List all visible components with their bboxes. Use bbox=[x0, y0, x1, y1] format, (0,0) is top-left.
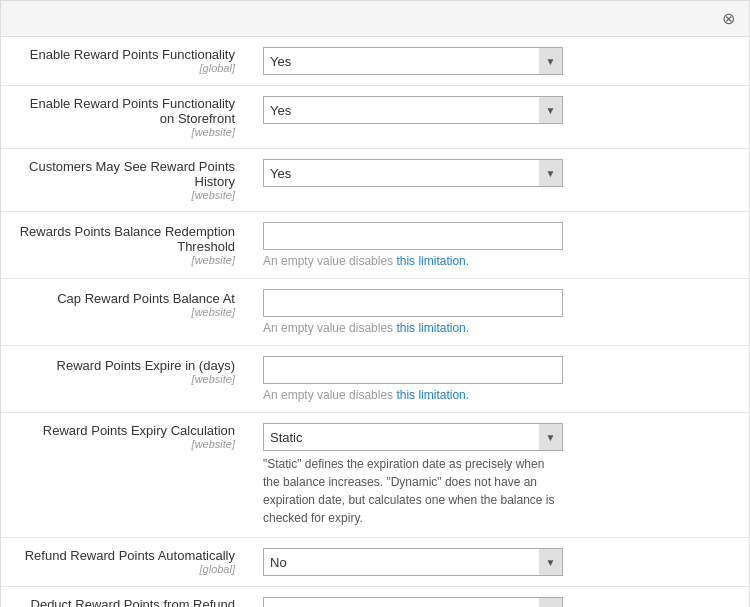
field-label-deduct-refund: Deduct Reward Points from Refund Amount … bbox=[31, 597, 235, 607]
field-label-expire-days: Reward Points Expire in (days) bbox=[57, 358, 235, 373]
description-expiry-calculation: "Static" defines the expiration date as … bbox=[263, 455, 563, 527]
form-row-expiry-calculation: Reward Points Expiry Calculation[website… bbox=[1, 413, 749, 538]
select-expiry-calculation[interactable]: StaticDynamic bbox=[263, 423, 563, 451]
input-expire-days[interactable] bbox=[263, 356, 563, 384]
select-enable-reward-points[interactable]: YesNo bbox=[263, 47, 563, 75]
form-row-expire-days: Reward Points Expire in (days)[website]A… bbox=[1, 346, 749, 413]
value-cell-expiry-calculation: StaticDynamic▼"Static" defines the expir… bbox=[249, 413, 749, 538]
field-scope-expiry-calculation: [website] bbox=[15, 438, 235, 450]
field-label-enable-storefront: Enable Reward Points Functionality on St… bbox=[30, 96, 235, 126]
field-scope-refund-auto: [global] bbox=[15, 563, 235, 575]
value-cell-refund-auto: NoYes▼ bbox=[249, 538, 749, 587]
select-customers-history[interactable]: YesNo bbox=[263, 159, 563, 187]
settings-table: Enable Reward Points Functionality[globa… bbox=[1, 37, 749, 607]
input-cap-balance[interactable] bbox=[263, 289, 563, 317]
field-scope-cap-balance: [website] bbox=[15, 306, 235, 318]
select-refund-auto[interactable]: NoYes bbox=[263, 548, 563, 576]
hint-link-cap-balance[interactable]: this limitation. bbox=[396, 321, 469, 335]
form-row-refund-auto: Refund Reward Points Automatically[globa… bbox=[1, 538, 749, 587]
field-label-balance-threshold: Rewards Points Balance Redemption Thresh… bbox=[20, 224, 235, 254]
form-row-deduct-refund: Deduct Reward Points from Refund Amount … bbox=[1, 587, 749, 608]
select-wrapper-expiry-calculation: StaticDynamic▼ bbox=[263, 423, 563, 451]
hint-expire-days: An empty value disables this limitation. bbox=[263, 388, 735, 402]
value-cell-expire-days: An empty value disables this limitation. bbox=[249, 346, 749, 413]
field-label-expiry-calculation: Reward Points Expiry Calculation bbox=[43, 423, 235, 438]
field-scope-enable-storefront: [website] bbox=[15, 126, 235, 138]
field-label-customers-history: Customers May See Reward Points History bbox=[29, 159, 235, 189]
select-wrapper-customers-history: YesNo▼ bbox=[263, 159, 563, 187]
value-cell-balance-threshold: An empty value disables this limitation. bbox=[249, 212, 749, 279]
field-label-cap-balance: Cap Reward Points Balance At bbox=[57, 291, 235, 306]
form-row-customers-history: Customers May See Reward Points History[… bbox=[1, 149, 749, 212]
collapse-icon[interactable]: ⊗ bbox=[722, 9, 735, 28]
field-scope-balance-threshold: [website] bbox=[15, 254, 235, 266]
hint-link-balance-threshold[interactable]: this limitation. bbox=[396, 254, 469, 268]
value-cell-enable-storefront: YesNo▼ bbox=[249, 86, 749, 149]
field-scope-expire-days: [website] bbox=[15, 373, 235, 385]
form-row-balance-threshold: Rewards Points Balance Redemption Thresh… bbox=[1, 212, 749, 279]
select-wrapper-enable-storefront: YesNo▼ bbox=[263, 96, 563, 124]
value-cell-customers-history: YesNo▼ bbox=[249, 149, 749, 212]
select-wrapper-deduct-refund: YesNo▼ bbox=[263, 597, 563, 607]
form-row-enable-storefront: Enable Reward Points Functionality on St… bbox=[1, 86, 749, 149]
field-scope-customers-history: [website] bbox=[15, 189, 235, 201]
select-wrapper-enable-reward-points: YesNo▼ bbox=[263, 47, 563, 75]
hint-link-expire-days[interactable]: this limitation. bbox=[396, 388, 469, 402]
form-row-cap-balance: Cap Reward Points Balance At[website]An … bbox=[1, 279, 749, 346]
field-scope-enable-reward-points: [global] bbox=[15, 62, 235, 74]
form-row-enable-reward-points: Enable Reward Points Functionality[globa… bbox=[1, 37, 749, 86]
value-cell-cap-balance: An empty value disables this limitation. bbox=[249, 279, 749, 346]
field-label-refund-auto: Refund Reward Points Automatically bbox=[25, 548, 235, 563]
select-wrapper-refund-auto: NoYes▼ bbox=[263, 548, 563, 576]
select-deduct-refund[interactable]: YesNo bbox=[263, 597, 563, 607]
page-container: ⊗ Enable Reward Points Functionality[glo… bbox=[0, 0, 750, 607]
section-header: ⊗ bbox=[1, 1, 749, 37]
select-enable-storefront[interactable]: YesNo bbox=[263, 96, 563, 124]
hint-balance-threshold: An empty value disables this limitation. bbox=[263, 254, 735, 268]
hint-cap-balance: An empty value disables this limitation. bbox=[263, 321, 735, 335]
input-balance-threshold[interactable] bbox=[263, 222, 563, 250]
field-label-enable-reward-points: Enable Reward Points Functionality bbox=[30, 47, 235, 62]
value-cell-deduct-refund: YesNo▼ bbox=[249, 587, 749, 608]
value-cell-enable-reward-points: YesNo▼ bbox=[249, 37, 749, 86]
